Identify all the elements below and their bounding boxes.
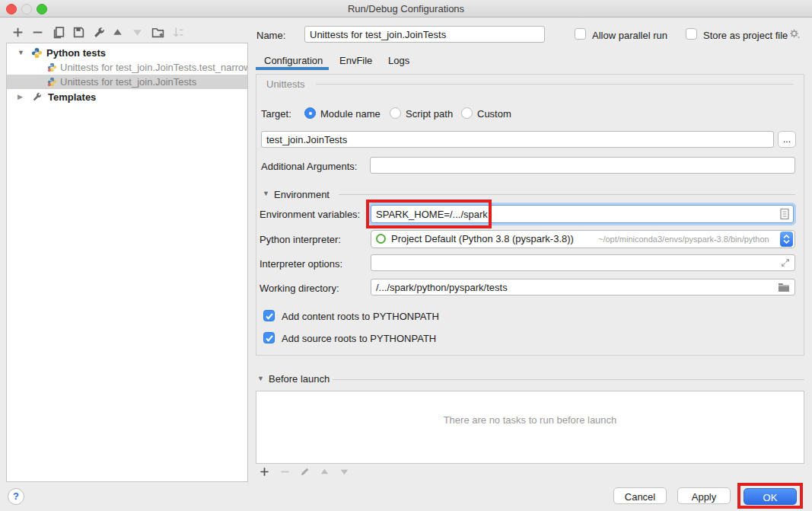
add-source-roots-checkbox[interactable] bbox=[263, 332, 275, 343]
tree-item-python-tests[interactable]: ▼ Python tests bbox=[7, 46, 247, 60]
group-divider bbox=[316, 84, 794, 85]
add-configuration-icon[interactable] bbox=[11, 26, 24, 39]
annotation-box-ok-button bbox=[737, 483, 803, 509]
before-launch-collapse-icon[interactable]: ▼ bbox=[257, 375, 264, 382]
move-down-icon bbox=[131, 26, 144, 39]
python-interpreter-combobox[interactable]: Project Default (Python 3.8 (pyspark-3.8… bbox=[371, 230, 795, 248]
unittests-group-title: Unittests bbox=[266, 78, 305, 90]
target-module-name-label: Module name bbox=[320, 108, 381, 120]
tree-item-label: Unittests for test_join.JoinTests bbox=[60, 75, 196, 89]
gear-icon[interactable] bbox=[788, 27, 801, 40]
tab-configuration[interactable]: Configuration bbox=[264, 55, 323, 66]
copy-configuration-icon[interactable] bbox=[53, 26, 65, 39]
tab-logs[interactable]: Logs bbox=[388, 55, 409, 66]
add-task-icon[interactable] bbox=[259, 466, 270, 477]
move-up-icon[interactable] bbox=[111, 26, 124, 39]
tree-item-label: Templates bbox=[48, 90, 96, 104]
add-content-roots-checkbox[interactable] bbox=[263, 310, 275, 321]
configurations-tree: ▼ Python tests Unittests for test_join.J… bbox=[6, 43, 248, 482]
tree-item-unittest-narrow[interactable]: Unittests for test_join.JoinTests.test_n… bbox=[7, 60, 247, 75]
move-task-down-icon bbox=[339, 466, 350, 477]
name-input[interactable] bbox=[304, 26, 545, 43]
expand-icon[interactable]: ▶ bbox=[18, 90, 23, 104]
target-custom-radio[interactable] bbox=[461, 107, 473, 119]
tree-item-label: Unittests for test_join.JoinTests.test_n… bbox=[60, 60, 248, 75]
tree-item-templates[interactable]: ▶ Templates bbox=[7, 90, 247, 104]
working-directory-input[interactable] bbox=[371, 279, 795, 295]
target-module-name-radio[interactable] bbox=[304, 107, 316, 119]
interpreter-value: Project Default (Python 3.8 (pyspark-3.8… bbox=[391, 233, 574, 244]
allow-parallel-label: Allow parallel run bbox=[592, 30, 667, 41]
env-vars-label: Environment variables: bbox=[260, 209, 360, 220]
add-source-roots-label: Add source roots to PYTHONPATH bbox=[282, 333, 436, 344]
active-tab-underline bbox=[256, 67, 329, 70]
before-launch-task-list[interactable]: There are no tasks to run before launch bbox=[256, 391, 804, 464]
remove-configuration-icon[interactable] bbox=[31, 26, 44, 39]
expand-field-icon[interactable] bbox=[780, 257, 791, 268]
store-project-label: Store as project file bbox=[703, 30, 788, 41]
create-folder-icon[interactable] bbox=[151, 26, 164, 39]
environment-section-label: Environment bbox=[274, 189, 330, 200]
allow-parallel-checkbox[interactable] bbox=[575, 28, 586, 40]
python-icon bbox=[31, 47, 43, 59]
empty-tasks-text: There are no tasks to run before launch bbox=[256, 414, 804, 426]
module-name-input[interactable] bbox=[261, 131, 774, 148]
edit-templates-icon[interactable] bbox=[93, 26, 106, 39]
browse-module-button[interactable]: ... bbox=[778, 131, 796, 148]
name-label: Name: bbox=[256, 30, 285, 41]
help-button[interactable]: ? bbox=[8, 488, 24, 505]
sort-configurations-icon bbox=[172, 26, 185, 39]
interpreter-path: ~/opt/miniconda3/envs/pyspark-3.8/bin/py… bbox=[598, 235, 769, 244]
collapse-icon[interactable]: ▼ bbox=[18, 46, 24, 60]
edit-task-icon bbox=[299, 466, 310, 477]
env-vars-browse-icon[interactable] bbox=[779, 208, 790, 220]
move-task-up-icon bbox=[319, 466, 330, 477]
target-script-path-label: Script path bbox=[406, 108, 453, 120]
additional-arguments-label: Additional Arguments: bbox=[261, 161, 357, 172]
target-custom-label: Custom bbox=[477, 108, 511, 120]
interpreter-options-input[interactable] bbox=[371, 254, 795, 271]
tree-item-unittest-jointests-selected[interactable]: Unittests for test_join.JoinTests bbox=[7, 75, 247, 89]
combobox-spinner-icon[interactable] bbox=[780, 232, 793, 247]
annotation-box-env-vars bbox=[366, 200, 492, 228]
templates-wrench-icon bbox=[32, 91, 43, 102]
window-title: Run/Debug Configurations bbox=[0, 3, 812, 14]
conda-env-icon bbox=[376, 234, 386, 244]
save-configuration-icon[interactable] bbox=[72, 26, 85, 39]
tree-item-label: Python tests bbox=[46, 46, 106, 60]
title-bar: Run/Debug Configurations bbox=[0, 0, 812, 18]
apply-button[interactable]: Apply bbox=[677, 487, 731, 504]
remove-task-icon bbox=[279, 466, 291, 477]
interpreter-options-label: Interpreter options: bbox=[260, 258, 342, 270]
before-launch-divider bbox=[333, 379, 804, 380]
cancel-button[interactable]: Cancel bbox=[613, 487, 667, 504]
python-test-icon bbox=[47, 77, 57, 87]
tab-envfile[interactable]: EnvFile bbox=[339, 55, 372, 66]
python-interpreter-label: Python interpreter: bbox=[260, 234, 341, 245]
before-launch-label: Before launch bbox=[269, 373, 330, 385]
additional-arguments-input[interactable] bbox=[370, 157, 795, 174]
folder-icon[interactable] bbox=[778, 282, 790, 292]
working-directory-label: Working directory: bbox=[260, 283, 339, 294]
run-debug-configurations-dialog: Run/Debug Configurations ▼ Python tests … bbox=[0, 0, 812, 511]
environment-collapse-icon[interactable]: ▼ bbox=[263, 190, 269, 197]
environment-divider bbox=[339, 194, 795, 195]
python-test-icon bbox=[47, 62, 57, 72]
add-content-roots-label: Add content roots to PYTHONPATH bbox=[282, 311, 439, 322]
target-label: Target: bbox=[261, 108, 291, 120]
store-project-checkbox[interactable] bbox=[686, 28, 697, 40]
target-script-path-radio[interactable] bbox=[390, 107, 401, 119]
